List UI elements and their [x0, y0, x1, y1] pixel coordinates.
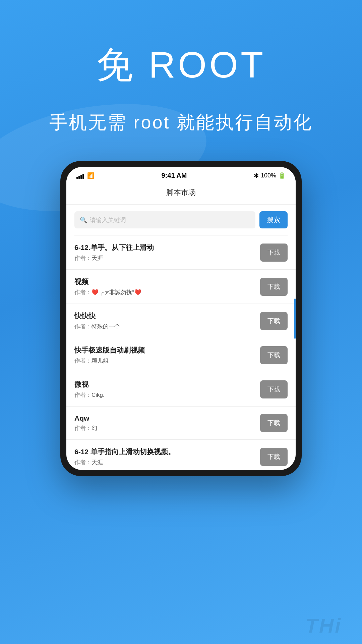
author-prefix-0: 作者： — [74, 255, 92, 261]
bottom-watermark: THi — [305, 614, 342, 637]
script-item-6: 6-12 单手指向上滑动切换视频。 作者：天涯 下载 — [66, 440, 296, 470]
script-author-6: 作者：天涯 — [74, 459, 260, 466]
script-info-2: 快快快 作者：特殊的一个 — [74, 311, 260, 330]
signal-bar-2 — [78, 176, 80, 179]
author-prefix-1: 作者： — [74, 289, 92, 296]
script-list: 6-12.单手。从下往上滑动 作者：天涯 下载 视频 作者：❤️ ╭ァ非誠勿扰°… — [66, 235, 296, 470]
script-info-5: Aqw 作者：幻 — [74, 414, 260, 432]
script-name-4: 微视 — [74, 380, 260, 389]
script-author-0: 作者：天涯 — [74, 254, 260, 262]
script-author-2: 作者：特殊的一个 — [74, 323, 260, 330]
author-name-0: 天涯 — [92, 255, 103, 261]
author-name-3: 颖儿姐 — [92, 358, 109, 364]
status-bar: 📶 9:41 AM ✱ 100% 🔋 — [66, 167, 296, 182]
script-author-5: 作者：幻 — [74, 424, 260, 432]
download-button-2[interactable]: 下载 — [260, 312, 288, 330]
author-name-5: 幻 — [92, 425, 97, 431]
script-name-2: 快快快 — [74, 311, 260, 321]
download-button-5[interactable]: 下载 — [260, 414, 288, 432]
battery-percent: 100% — [261, 172, 276, 179]
author-name-2: 特殊的一个 — [92, 323, 120, 330]
download-button-0[interactable]: 下载 — [260, 244, 288, 262]
bluetooth-icon: ✱ — [254, 172, 259, 179]
script-item-4: 微视 作者：Cikg. 下载 — [66, 372, 296, 407]
author-name-6: 天涯 — [92, 459, 103, 466]
script-author-1: 作者：❤️ ╭ァ非誠勿扰°❤️ — [74, 288, 260, 296]
author-prefix-6: 作者： — [74, 459, 92, 466]
script-name-1: 视频 — [74, 277, 260, 286]
signal-bar-1 — [76, 177, 78, 179]
script-item-0: 6-12.单手。从下往上滑动 作者：天涯 下载 — [66, 235, 296, 270]
script-info-6: 6-12 单手指向上滑动切换视频。 作者：天涯 — [74, 447, 260, 466]
script-item-2: 快快快 作者：特殊的一个 下载 — [66, 304, 296, 338]
scroll-indicator — [294, 299, 296, 339]
script-info-0: 6-12.单手。从下往上滑动 作者：天涯 — [74, 243, 260, 262]
search-bar: 🔍 请输入关键词 搜索 — [66, 205, 296, 235]
search-icon: 🔍 — [80, 216, 87, 224]
status-time: 9:41 AM — [162, 172, 187, 179]
script-author-4: 作者：Cikg. — [74, 391, 260, 399]
signal-bar-4 — [82, 174, 84, 179]
search-placeholder: 请输入关键词 — [90, 216, 126, 224]
download-button-4[interactable]: 下载 — [260, 380, 288, 398]
author-name-4: Cikg. — [92, 392, 105, 398]
script-info-3: 快手极速版自动刷视频 作者：颖儿姐 — [74, 345, 260, 365]
status-right: ✱ 100% 🔋 — [254, 172, 286, 179]
status-left: 📶 — [76, 172, 95, 179]
app-header-title: 脚本市场 — [66, 182, 296, 205]
author-name-1: ❤️ ╭ァ非誠勿扰°❤️ — [92, 289, 141, 296]
search-input-wrapper[interactable]: 🔍 请输入关键词 — [74, 211, 255, 228]
hero-subtitle: 手机无需 root 就能执行自动化 — [0, 110, 362, 135]
author-prefix-5: 作者： — [74, 425, 92, 431]
signal-bars — [76, 173, 84, 179]
script-name-3: 快手极速版自动刷视频 — [74, 345, 260, 355]
script-name-0: 6-12.单手。从下往上滑动 — [74, 243, 260, 252]
script-info-4: 微视 作者：Cikg. — [74, 380, 260, 399]
author-prefix-4: 作者： — [74, 392, 92, 398]
script-name-6: 6-12 单手指向上滑动切换视频。 — [74, 447, 260, 457]
script-item-1: 视频 作者：❤️ ╭ァ非誠勿扰°❤️ 下载 — [66, 270, 296, 304]
phone-mockup: 📶 9:41 AM ✱ 100% 🔋 脚本市场 🔍 请输入关键词 搜索 — [60, 161, 302, 476]
phone-frame: 📶 9:41 AM ✱ 100% 🔋 脚本市场 🔍 请输入关键词 搜索 — [60, 161, 302, 476]
download-button-3[interactable]: 下载 — [260, 346, 288, 364]
search-button[interactable]: 搜索 — [259, 211, 288, 228]
script-author-3: 作者：颖儿姐 — [74, 357, 260, 365]
script-info-1: 视频 作者：❤️ ╭ァ非誠勿扰°❤️ — [74, 277, 260, 296]
battery-icon: 🔋 — [278, 172, 286, 179]
author-prefix-3: 作者： — [74, 358, 92, 364]
download-button-1[interactable]: 下载 — [260, 278, 288, 296]
hero-title: 免 ROOT — [0, 40, 362, 90]
signal-bar-3 — [80, 175, 82, 179]
author-prefix-2: 作者： — [74, 323, 92, 330]
script-item-5: Aqw 作者：幻 下载 — [66, 407, 296, 440]
wifi-icon: 📶 — [87, 172, 95, 179]
phone-screen: 📶 9:41 AM ✱ 100% 🔋 脚本市场 🔍 请输入关键词 搜索 — [66, 167, 296, 470]
hero-section: 免 ROOT 手机无需 root 就能执行自动化 — [0, 0, 362, 135]
script-name-5: Aqw — [74, 414, 260, 422]
download-button-6[interactable]: 下载 — [260, 448, 288, 466]
script-item-3: 快手极速版自动刷视频 作者：颖儿姐 下载 — [66, 338, 296, 372]
